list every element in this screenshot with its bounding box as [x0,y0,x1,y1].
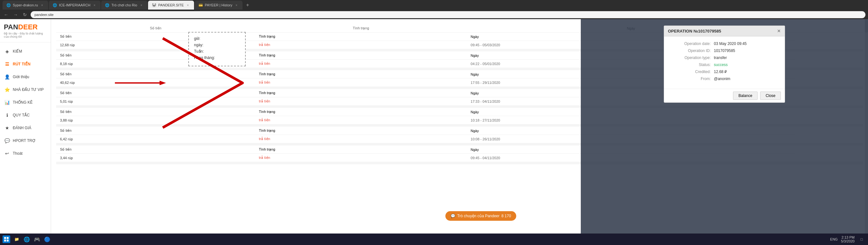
back-button[interactable]: ← [3,11,9,18]
tab-favicon: 💳 [198,3,203,7]
forward-button[interactable]: → [12,11,19,18]
tab-close[interactable]: × [186,3,190,7]
tab-close[interactable]: × [234,3,239,7]
sidebar-item-danh-gia[interactable]: ★ ĐÁNH GIÁ [0,122,51,134]
filter-row-tuan: Tuần: [194,49,240,54]
logo-area: PANDEER Độ tin cậy - Đây là chất lượng c… [0,19,51,42]
sidebar-item-nha-dau-tu[interactable]: ⭐ NHÀ ĐẦU TƯ VIP [0,83,51,96]
sidebar-item-thoat[interactable]: ↩ Thoát [0,147,51,160]
taskbar-right: ENG 2:13 PM 5/3/2020 □ [830,236,865,243]
chat-count: 8 170 [501,214,511,218]
tab-label: PANDEER.SITE [158,3,184,7]
close-button[interactable]: Close [760,92,781,100]
taskbar-lang: ENG [830,237,838,241]
sidebar-item-kiem[interactable]: ◈ KIẾM [0,45,51,58]
sidebar-item-label: Giới thiệu [13,75,29,79]
modal-field-row: From: @anonim [669,76,780,81]
status-header-cell: Tình trạng [255,125,467,135]
modal-close-button[interactable]: ✕ [777,28,781,33]
danh-gia-icon: ★ [4,125,10,131]
tab-bar: 🌐 Syper-drakon.ru × 🌐 ICE-IMPERIAARCH × … [0,0,868,10]
filter-label-hang-thang: Hàng tháng: [194,56,223,60]
filter-row-ngay: ngày: [194,43,240,47]
thoat-icon: ↩ [4,150,10,157]
modal-field-row: Operation date: 03 May 2020 09:45 [669,41,780,46]
sidebar-item-label: HPORT TRỢ [13,139,36,143]
logo: PANDEER [4,23,47,31]
svg-rect-3 [7,237,9,239]
sidebar-item-label: Thoát [13,151,23,156]
modal-overlay: OPERATION №1017079585 ✕ Operation date: … [581,19,868,234]
tab-favicon: 🐼 [152,3,156,7]
modal-field-label: Operation ID: [669,49,714,53]
file-explorer-icon[interactable]: 📁 [13,236,21,243]
col-so-tien: Số tiền [56,24,255,33]
hport-icon: 💬 [4,137,10,144]
modal-field-row: Operation type: transfer [669,56,780,60]
modal-field-value: success [714,63,727,67]
amount-value: 5,01 rúp [56,97,255,107]
sidebar-item-rut-tien[interactable]: ☰ RÚT TIỀN [0,58,51,70]
sidebar-item-hport[interactable]: 💬 HPORT TRỢ [0,134,51,147]
filter-label-ngay: ngày: [194,43,223,47]
taskbar-time-value: 2:13 PM [841,236,855,239]
chat-label: Trò chuyện của Pandeer [457,214,500,218]
tab-syper[interactable]: 🌐 Syper-drakon.ru × [3,1,48,9]
logo-subtitle: Độ tin cậy - Đây là chất lượng của chúng… [4,32,47,38]
notification-icon[interactable]: □ [858,236,865,243]
filter-popup: giờ: ngày: Tuần: Hàng tháng: [188,32,246,66]
modal-field-value: 03 May 2020 09:45 [714,41,747,46]
tab-rio[interactable]: 🌐 Trò chơi cho Rio × [101,1,148,9]
chrome-icon[interactable]: 🌐 [23,236,31,243]
modal-title: OPERATION №1017079585 [668,29,721,33]
modal-field-value: 12.68 ₽ [714,69,727,74]
sidebar-item-label: KIẾM [13,49,22,54]
tab-ice[interactable]: 🌐 ICE-IMPERIAARCH × [49,1,100,9]
sidebar-item-label: RÚT TIỀN [13,62,30,66]
svg-rect-4 [4,240,6,242]
reload-button[interactable]: ↻ [22,11,28,18]
start-button[interactable] [3,236,10,243]
nha-dau-tu-icon: ⭐ [4,87,10,93]
filter-row-hang-thang: Hàng tháng: [194,56,240,60]
app-icon-1[interactable]: 🎮 [33,236,41,243]
chat-button[interactable]: 💬 Trò chuyện của Pandeer 8 170 [445,211,516,221]
tab-pandeer[interactable]: 🐼 PANDEER.SITE × [148,1,194,9]
tab-label: ICE-IMPERIAARCH [59,3,90,7]
taskbar: 📁 🌐 🎮 🔵 ENG 2:13 PM 5/3/2020 □ [0,234,868,245]
svg-rect-5 [7,240,9,242]
modal-field-label: Credited: [669,69,714,74]
amount-cell: Số tiền [56,125,255,135]
amount-cell: Số tiền [56,144,255,154]
amount-value: 40,62 rúp [56,79,255,88]
modal-field-row: Status: success [669,63,780,67]
filter-label-gio: giờ: [194,36,223,41]
tab-payeer[interactable]: 💳 PAYEER | History × [195,1,243,9]
tab-add-button[interactable]: + [243,1,252,9]
sidebar-item-quy-tac[interactable]: ℹ QUY TẮC [0,109,51,122]
modal-header: OPERATION №1017079585 ✕ [664,26,785,36]
sidebar-item-label: ĐÁNH GIÁ [13,126,31,130]
modal-field-row: Operation ID: 1017079585 [669,49,780,53]
address-bar: ← → ↻ [0,10,868,19]
sidebar-item-thong-ke[interactable]: 📊 THỐNG KÊ [0,96,51,109]
status-value: trả tiền [255,154,467,163]
app-icon-2[interactable]: 🔵 [43,236,51,243]
address-input[interactable] [31,11,865,18]
tab-close[interactable]: × [139,3,144,7]
tab-close[interactable]: × [40,3,44,7]
svg-rect-2 [4,237,6,239]
thong-ke-icon: 📊 [4,99,10,105]
tab-favicon: 🌐 [53,3,57,7]
sidebar-item-label: QUY TẮC [13,113,30,117]
tab-favicon: 🌐 [105,3,110,7]
tab-close[interactable]: × [92,3,97,7]
modal-field-label: Status: [669,63,714,67]
modal-footer: Balance Close [664,89,785,102]
status-value: trả tiền [255,116,467,126]
balance-button[interactable]: Balance [733,92,757,100]
amount-cell: Số tiền [56,88,255,97]
modal-field-label: Operation date: [669,41,714,46]
nav-items: ◈ KIẾM ☰ RÚT TIỀN 👤 Giới thiệu ⭐ NHÀ ĐẦU… [0,42,51,234]
sidebar-item-gioi-thieu[interactable]: 👤 Giới thiệu [0,70,51,83]
